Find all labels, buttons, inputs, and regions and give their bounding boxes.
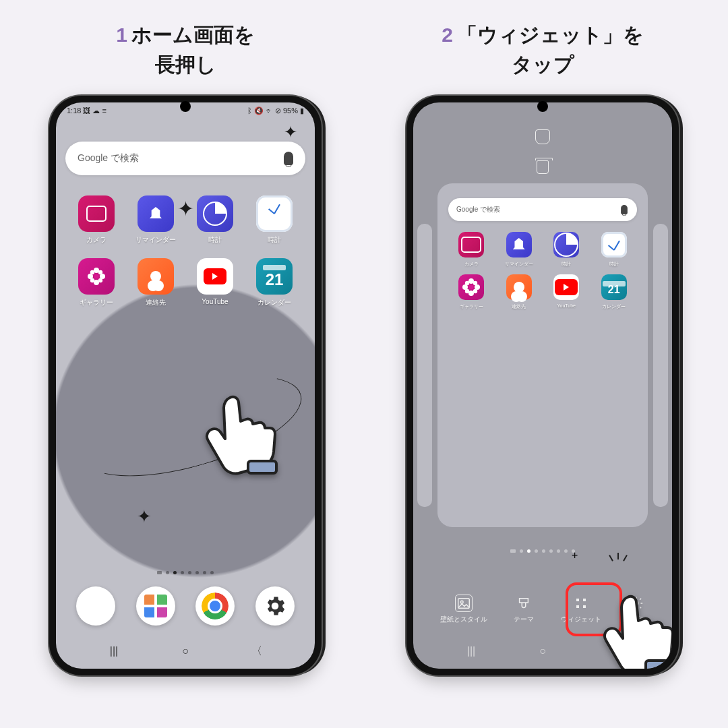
edit-label: 設定: [630, 615, 643, 624]
app-calendar[interactable]: 21カレンダー: [246, 258, 303, 307]
app-clock[interactable]: 時計: [543, 232, 590, 268]
app-grid-mini: カメラ リマインダー 時計 時計 ギャラリー 連絡先 YouTube 21カレン…: [444, 228, 641, 310]
home-page-preview[interactable]: Google で検索 カメラ リマインダー 時計 時計 ギャラリー 連絡先 Yo…: [437, 183, 648, 527]
google-search-bar[interactable]: Google で検索: [65, 142, 305, 175]
bell-icon: [506, 232, 532, 257]
search-placeholder: Google で検索: [78, 152, 284, 164]
bell-icon: [138, 195, 174, 232]
person-icon: [506, 274, 532, 300]
svg-point-16: [465, 289, 469, 293]
nav-bar: ||| ○ 〈: [56, 644, 315, 658]
settings-icon[interactable]: [255, 586, 295, 626]
svg-point-2: [88, 274, 93, 279]
svg-point-10: [468, 278, 474, 284]
app-clock-alt[interactable]: 時計: [246, 195, 303, 245]
chrome-icon[interactable]: [195, 586, 235, 626]
app-gallery[interactable]: ギャラリー: [448, 274, 495, 310]
app-label: リマインダー: [135, 235, 176, 245]
app-label: ギャラリー: [460, 303, 483, 310]
app-youtube[interactable]: YouTube: [187, 258, 243, 307]
app-gallery[interactable]: ギャラリー: [68, 258, 125, 307]
app-reminder[interactable]: リマインダー: [127, 195, 184, 245]
mic-icon[interactable]: [621, 205, 628, 214]
app-camera[interactable]: カメラ: [68, 195, 125, 245]
edit-settings-button[interactable]: 設定: [628, 595, 645, 624]
svg-point-15: [473, 281, 477, 285]
svg-point-21: [635, 601, 639, 605]
next-page-sliver[interactable]: [653, 224, 668, 507]
app-contacts[interactable]: 連絡先: [496, 274, 543, 310]
phone-app-icon[interactable]: [76, 586, 115, 626]
sparkle-icon: ✦: [284, 123, 297, 142]
status-batt-icon: ▮: [300, 107, 304, 115]
search-placeholder: Google で検索: [456, 205, 619, 214]
image-icon: [455, 595, 473, 612]
step-1-line1: ホーム画面を: [131, 24, 255, 46]
tap-burst-icon: [607, 561, 628, 581]
step-2-panel: 2「ウィジェット」を タップ Google で検索 カメラ リマインダー 時計 …: [384, 20, 701, 701]
svg-point-1: [94, 280, 99, 285]
tap-cursor-icon: [198, 386, 285, 483]
step-1-panel: 1ホーム画面を 長押し 1:18 🖼 ☁ ≡ ᛒ 🔇 ᯤ ⊘ 95% ▮: [27, 20, 344, 701]
app-contacts[interactable]: 連絡先: [127, 258, 184, 307]
step-2-line2: タップ: [512, 53, 574, 75]
phone-1-screen[interactable]: 1:18 🖼 ☁ ≡ ᛒ 🔇 ᯤ ⊘ 95% ▮ ✦ ✦ ✦ G: [56, 102, 315, 669]
status-battery: 95%: [283, 107, 298, 115]
camera-hole-icon: [180, 101, 191, 112]
nav-home-icon[interactable]: ○: [529, 644, 556, 658]
app-label: 時計: [562, 261, 571, 268]
app-calendar[interactable]: 21カレンダー: [591, 274, 638, 310]
app-reminder[interactable]: リマインダー: [496, 232, 543, 268]
flower-icon: [78, 258, 115, 295]
svg-point-14: [465, 281, 469, 285]
nav-bar: ||| ○ 〈: [413, 644, 672, 658]
svg-point-3: [100, 274, 105, 279]
status-list-icon: ≡: [102, 107, 106, 115]
svg-point-17: [473, 289, 477, 293]
prev-page-sliver[interactable]: [417, 224, 432, 507]
mic-icon[interactable]: [284, 152, 293, 165]
camera-icon: [458, 232, 484, 257]
dock: [56, 586, 315, 626]
app-label: 時計: [268, 235, 281, 245]
home-outline-icon[interactable]: [535, 129, 550, 144]
svg-point-6: [90, 278, 94, 282]
step-2-line1: 「ウィジェット」を: [457, 24, 644, 46]
svg-point-5: [98, 270, 102, 274]
nav-recent-icon[interactable]: |||: [100, 644, 127, 658]
step-2-num: 2: [442, 24, 453, 46]
apps-drawer-icon[interactable]: [136, 586, 175, 626]
calendar-icon: 21: [601, 274, 627, 300]
svg-point-18: [469, 285, 474, 290]
home-edit-menu: 壁紙とスタイル テーマ ウィジェット 設定: [413, 595, 672, 624]
app-label: 連絡先: [512, 303, 526, 310]
gear-icon: [628, 595, 645, 612]
app-clock-alt[interactable]: 時計: [591, 232, 638, 268]
status-bt-icon: ᛒ: [247, 107, 252, 115]
edit-wallpaper-button[interactable]: 壁紙とスタイル: [440, 595, 487, 624]
edit-label: 壁紙とスタイル: [440, 615, 487, 624]
edit-themes-button[interactable]: テーマ: [514, 595, 534, 624]
app-clock[interactable]: 時計: [187, 195, 243, 245]
google-search-bar[interactable]: Google で検索: [448, 198, 637, 221]
nav-home-icon[interactable]: ○: [172, 644, 199, 658]
app-label: カレンダー: [257, 298, 291, 307]
sparkle-icon: ✦: [137, 506, 152, 527]
phone-2-screen[interactable]: Google で検索 カメラ リマインダー 時計 時計 ギャラリー 連絡先 Yo…: [413, 102, 672, 669]
camera-icon: [78, 195, 115, 232]
nav-recent-icon[interactable]: |||: [458, 644, 485, 658]
trash-icon[interactable]: [537, 160, 549, 174]
svg-point-4: [90, 270, 94, 274]
svg-point-13: [475, 284, 480, 290]
flower-icon: [458, 274, 484, 300]
app-label: YouTube: [557, 303, 576, 308]
analog-clock-icon: [256, 195, 293, 232]
app-camera[interactable]: カメラ: [448, 232, 495, 268]
app-grid: カメラ リマインダー 時計 時計 ギャラリー 連絡先 YouTube 21カレン…: [56, 187, 315, 307]
phone-2-frame: Google で検索 カメラ リマインダー 時計 時計 ギャラリー 連絡先 Yo…: [406, 96, 679, 675]
orbit-ring: [69, 355, 312, 496]
nav-back-icon[interactable]: 〈: [243, 644, 270, 658]
app-youtube[interactable]: YouTube: [543, 274, 590, 310]
nav-back-icon[interactable]: 〈: [601, 644, 628, 658]
youtube-icon: [553, 274, 579, 300]
